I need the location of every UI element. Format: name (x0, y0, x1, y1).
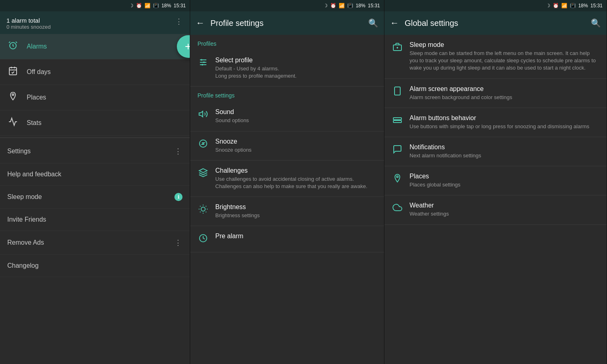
wifi-icon-right: 📶 (561, 3, 567, 8)
settings-more-icon: ⋮ (174, 147, 183, 156)
alarms-label: Alarms (27, 43, 47, 50)
right-header: ← Global settings 🔍 (384, 11, 607, 35)
sleepmode-global-item[interactable]: Sleep mode Sleep mode can be started fro… (384, 35, 607, 79)
places-global-title: Places (410, 173, 461, 180)
help-label: Help and feedback (7, 171, 61, 178)
brightness-text: Brightness Brightness settings (215, 203, 260, 219)
mid-back-button[interactable]: ← (196, 18, 205, 28)
places-global-desc: Places global settings (410, 181, 461, 188)
sound-title: Sound (215, 108, 249, 116)
svg-point-6 (201, 59, 202, 61)
profile-settings-section-label: Profile settings (190, 87, 384, 102)
nav-top-section: Alarms + Off days (0, 34, 190, 136)
snooze-item[interactable]: Snooze Snooze options (190, 131, 384, 161)
sidebar-item-removeads[interactable]: Remove Ads ⋮ (0, 231, 190, 255)
sleepmode-badge: ℹ (174, 193, 183, 201)
right-back-button[interactable]: ← (390, 18, 399, 28)
weather-item[interactable]: Weather Weather settings (384, 195, 607, 224)
offdays-icon (7, 66, 19, 78)
profiles-section-label: Profiles (190, 35, 384, 50)
select-profile-text: Select profile Default - Used by 4 alarm… (215, 57, 297, 80)
brightness-item[interactable]: Brightness Brightness settings (190, 197, 384, 226)
challenges-text: Challenges Use challenges to avoid accid… (215, 167, 377, 190)
left-panel: ☽ ⏰ 📶 📳 18% 15:31 1 alarm total 0 minute… (0, 0, 190, 364)
wifi-icon-mid: 📶 (339, 3, 345, 8)
middle-panel: ☽ ⏰ 📶 📳 18% 15:31 ← Profile settings 🔍 P… (190, 0, 384, 364)
moon-icon-mid: ☽ (323, 3, 328, 8)
prealarm-item[interactable]: Pre alarm (190, 226, 384, 252)
challenges-desc: Use challenges to avoid accidental closi… (215, 176, 377, 190)
mid-search-button[interactable]: 🔍 (368, 18, 378, 28)
challenges-title: Challenges (215, 167, 377, 174)
sidebar-item-invitefriends[interactable]: Invite Friends (0, 209, 190, 231)
select-profile-item[interactable]: Select profile Default - Used by 4 alarm… (190, 50, 384, 87)
select-profile-title: Select profile (215, 57, 297, 64)
svg-point-11 (201, 207, 205, 211)
alarm-icon-right: ⏰ (553, 3, 559, 8)
nav-list: Alarms + Off days (0, 34, 190, 364)
moon-icon-right: ☽ (546, 3, 550, 8)
sleepmode-global-title: Sleep mode (410, 41, 599, 49)
sidebar-item-stats[interactable]: Stats (0, 110, 190, 136)
sidebar-item-changelog[interactable]: Changelog (0, 255, 190, 277)
alarm-buttons-behavior-item[interactable]: Alarm buttons behavior Use buttons with … (384, 108, 607, 137)
brightness-title: Brightness (215, 203, 260, 211)
alarm-total-text: 1 alarm total (6, 17, 51, 24)
sleepmode-label: Sleep mode (7, 193, 42, 201)
signal-icon: 📳 (153, 3, 159, 8)
svg-line-19 (206, 206, 206, 206)
select-profile-desc: Default - Used by 4 alarms.Long press to… (215, 65, 297, 80)
svg-point-28 (397, 176, 398, 178)
notifications-title: Notifications (410, 144, 481, 151)
time-left: 15:31 (174, 3, 186, 8)
moon-icon: ☽ (129, 3, 134, 8)
battery-right: 18% (578, 3, 588, 8)
snooze-text: Snooze Snooze options (215, 138, 252, 154)
alarm-buttons-behavior-text: Alarm buttons behavior Use buttons with … (410, 114, 589, 130)
svg-line-14 (200, 206, 200, 206)
nav-divider (0, 138, 190, 138)
sidebar-item-places[interactable]: Places (0, 85, 190, 110)
wifi-icon: 📶 (144, 3, 151, 8)
svg-line-18 (200, 212, 200, 212)
places-global-item[interactable]: Places Places global settings (384, 166, 607, 195)
invitefriends-label: Invite Friends (7, 216, 46, 223)
alarm-icon-mid: ⏰ (330, 3, 336, 8)
sidebar-item-offdays[interactable]: Off days (0, 59, 190, 85)
notifications-item[interactable]: Notifications Next alarm notification se… (384, 137, 607, 166)
add-alarm-fab[interactable]: + (177, 35, 190, 58)
prealarm-title: Pre alarm (215, 233, 243, 240)
status-bar-mid: ☽ ⏰ 📶 📳 18% 15:31 (190, 0, 384, 11)
sidebar-item-settings[interactable]: Settings ⋮ (0, 140, 190, 163)
alarm-buttons-behavior-title: Alarm buttons behavior (410, 114, 589, 122)
challenges-item[interactable]: Challenges Use challenges to avoid accid… (190, 161, 384, 197)
svg-rect-26 (393, 118, 401, 120)
prealarm-icon (197, 233, 209, 245)
sound-item[interactable]: Sound Sound options (190, 102, 384, 131)
sidebar-item-alarms[interactable]: Alarms + (0, 34, 190, 59)
more-options-icon[interactable]: ⋮ (175, 17, 183, 26)
right-search-button[interactable]: 🔍 (591, 18, 601, 28)
alarm-buttons-behavior-desc: Use buttons with simple tap or long pres… (410, 123, 589, 130)
settings-label: Settings (7, 148, 31, 155)
sidebar-item-help[interactable]: Help and feedback (0, 163, 190, 186)
signal-icon-right: 📳 (570, 3, 576, 8)
sleepmode-global-text: Sleep mode Sleep mode can be started fro… (410, 41, 599, 72)
signal-icon-mid: 📳 (347, 3, 353, 8)
stats-icon (7, 117, 19, 129)
svg-rect-27 (393, 121, 401, 123)
weather-icon (392, 203, 403, 215)
right-title: Global settings (405, 19, 585, 28)
removeads-label: Remove Ads (7, 239, 44, 246)
phone-icon (392, 86, 403, 98)
svg-rect-24 (395, 87, 400, 95)
changelog-label: Changelog (7, 262, 38, 269)
svg-point-7 (203, 61, 205, 63)
sidebar-item-sleepmode[interactable]: Sleep mode ℹ (0, 186, 190, 209)
removeads-more-icon: ⋮ (174, 238, 183, 247)
alarms-icon (7, 40, 19, 53)
sound-desc: Sound options (215, 117, 249, 124)
alarm-screen-appearance-item[interactable]: Alarm screen appearance Alarm screen bac… (384, 79, 607, 108)
notifications-desc: Next alarm notification settings (410, 152, 481, 159)
time-right: 15:31 (590, 3, 603, 8)
